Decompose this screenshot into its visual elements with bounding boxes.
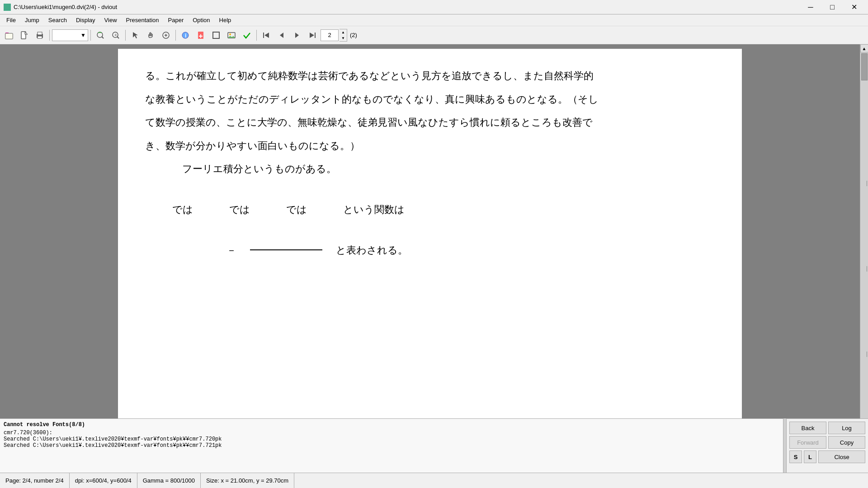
svg-text:i: i: [185, 33, 186, 39]
menu-view[interactable]: View: [100, 14, 122, 26]
log-line-2: Searched C:\Users\ueki1¥.texlive2020¥tex…: [4, 436, 779, 442]
svg-rect-5: [38, 32, 42, 35]
math-col2: では: [229, 201, 250, 219]
log-text-area: Cannot resolve Fonts(8/8) cmr7.720(3600)…: [0, 418, 783, 473]
scroll-notch-1: [867, 181, 867, 186]
svg-point-23: [229, 33, 231, 35]
scroll-thumb[interactable]: [861, 53, 868, 80]
toolbar-info-btn[interactable]: i: [178, 28, 193, 42]
page-input[interactable]: [321, 29, 339, 41]
toolbar-btn2[interactable]: +: [108, 28, 123, 42]
menu-display[interactable]: Display: [71, 14, 100, 26]
status-size: Size: x = 21.00cm, y = 29.70cm: [201, 473, 294, 488]
toolbar-first-btn[interactable]: [259, 28, 274, 42]
svg-rect-2: [5, 33, 13, 39]
status-dpi: dpi: x=600/4, y=600/4: [70, 473, 137, 488]
toolbar-last-btn[interactable]: [305, 28, 320, 42]
menu-help[interactable]: Help: [215, 14, 236, 26]
toolbar-magnify-btn[interactable]: [159, 28, 173, 42]
doc-text-5: フーリエ積分というものがある。: [172, 160, 715, 178]
l-button[interactable]: L: [804, 450, 816, 463]
doc-math-row: では では では という関数は: [145, 187, 715, 232]
svg-line-11: [117, 37, 119, 38]
doc-text-3: て数学の授業の、ことに大学の、無味乾燥な、徒弟見習い風なひたすら慣れに頼るところ…: [145, 113, 715, 131]
doc-math-row2: － と表わされる。: [145, 232, 715, 268]
svg-rect-9: [98, 32, 102, 33]
maximize-button[interactable]: □: [822, 0, 843, 14]
toolbar-new-btn[interactable]: [17, 28, 32, 42]
menu-bar: File Jump Search Display View Presentati…: [0, 14, 868, 26]
toolbar-hand-btn[interactable]: [143, 28, 158, 42]
app-icon: [4, 4, 11, 11]
log-line-1: cmr7.720(3600):: [4, 430, 779, 436]
menu-jump[interactable]: Jump: [20, 14, 44, 26]
log-status: Cannot resolve Fonts(8/8): [4, 422, 779, 428]
minimize-button[interactable]: ─: [800, 0, 821, 14]
log-btn-row-2: Forward Copy: [789, 436, 865, 449]
log-line-3: Searched C:\Users\ueki1¥.texlive2020¥tex…: [4, 442, 779, 449]
menu-paper[interactable]: Paper: [164, 14, 189, 26]
toolbar-bookmark-btn[interactable]: [193, 28, 208, 42]
toolbar-prev-btn[interactable]: [274, 28, 289, 42]
menu-option[interactable]: Option: [188, 14, 214, 26]
doc-text-1: る。これが確立して初めて純粋数学は芸術であるなどという見方を追放できるし、また自…: [145, 67, 715, 85]
doc-text-4: き、数学が分かりやすい面白いものになる。）: [145, 137, 715, 155]
toolbar-img-btn[interactable]: [224, 28, 239, 42]
toolbar-box-btn[interactable]: [209, 28, 223, 42]
doc-text-2: な教養ということがただのディレッタント的なものでなくなり、真に興味あるものとなる…: [145, 90, 715, 108]
page-spin-up[interactable]: ▲: [340, 29, 347, 35]
forward-button[interactable]: Forward: [789, 436, 826, 449]
status-gamma: Gamma = 800/1000: [137, 473, 201, 488]
toolbar-next-btn[interactable]: [290, 28, 304, 42]
math-line: [250, 249, 322, 250]
log-btn-row-3: S L Close: [789, 450, 865, 463]
bottom-panel: Cannot resolve Fonts(8/8) cmr7.720(3600)…: [0, 418, 868, 473]
close-button[interactable]: ✕: [844, 0, 864, 14]
toolbar-btn1[interactable]: [93, 28, 108, 42]
scroll-track[interactable]: [860, 52, 868, 480]
log-button[interactable]: Log: [828, 422, 865, 434]
toolbar-open-btn[interactable]: [2, 28, 16, 42]
s-button[interactable]: S: [789, 450, 802, 463]
svg-rect-21: [213, 32, 219, 38]
math-col1: では: [172, 201, 193, 219]
close-log-button[interactable]: Close: [818, 450, 865, 463]
math-col3: では: [286, 201, 307, 219]
page-spin-down[interactable]: ▼: [340, 35, 347, 41]
scroll-notch-3: [867, 352, 867, 357]
math-col4: という関数は: [343, 201, 405, 219]
status-page: Page: 2/4, number 2/4: [0, 473, 70, 488]
log-btn-row-1: Back Log: [789, 422, 865, 434]
log-divider[interactable]: [783, 418, 787, 473]
title-bar-title: C:\Users\ueki1\mugen0.dvi(2/4) - dviout: [14, 4, 117, 10]
menu-search[interactable]: Search: [44, 14, 71, 26]
app-window: C:\Users\ueki1\mugen0.dvi(2/4) - dviout …: [0, 0, 868, 488]
svg-text:+: +: [114, 33, 117, 38]
svg-rect-6: [38, 36, 42, 38]
toolbar: ▼ + i: [0, 26, 868, 44]
menu-file[interactable]: File: [2, 14, 20, 26]
page-total: (2): [348, 32, 357, 38]
toolbar-cursor-btn[interactable]: [128, 28, 142, 42]
math-text: と表わされる。: [336, 241, 408, 259]
toolbar-check-btn[interactable]: [240, 28, 254, 42]
title-bar: C:\Users\ueki1\mugen0.dvi(2/4) - dviout …: [0, 0, 868, 14]
svg-line-8: [102, 37, 104, 38]
toolbar-print-btn[interactable]: [33, 28, 47, 42]
status-bar: Page: 2/4, number 2/4 dpi: x=600/4, y=60…: [0, 473, 868, 488]
menu-presentation[interactable]: Presentation: [122, 14, 164, 26]
toolbar-view-dropdown[interactable]: ▼: [52, 29, 88, 41]
scroll-up-btn[interactable]: ▲: [860, 44, 868, 52]
log-buttons-panel: Back Log Forward Copy S L Close: [787, 418, 868, 473]
back-button[interactable]: Back: [789, 422, 826, 434]
copy-button[interactable]: Copy: [828, 436, 865, 449]
math-dash: －: [226, 241, 236, 259]
scroll-notch-2: [867, 266, 867, 272]
